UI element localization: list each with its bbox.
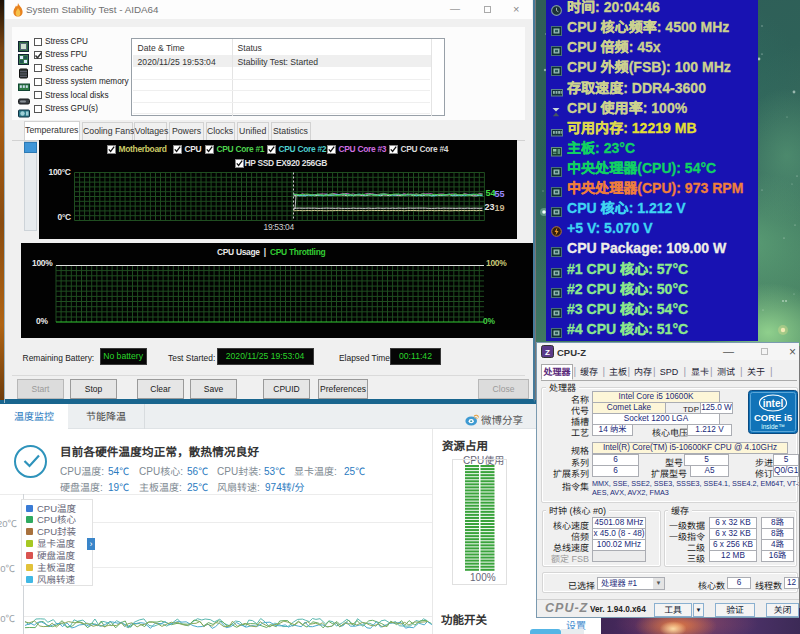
- svg-text:Z: Z: [545, 348, 550, 357]
- svg-text:intel: intel: [763, 398, 784, 409]
- svg-text:inside™: inside™: [761, 423, 785, 430]
- svg-text:CORE i5: CORE i5: [754, 412, 793, 423]
